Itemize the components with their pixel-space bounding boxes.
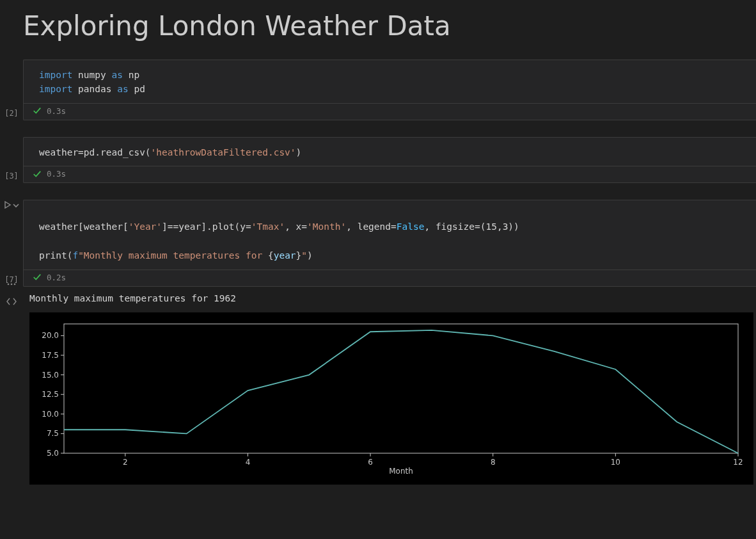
svg-text:12.5: 12.5 bbox=[42, 390, 59, 399]
line-chart: 5.07.510.012.515.017.520.024681012Month bbox=[33, 319, 743, 476]
stdout-output: Monthly maximum temperatures for 1962 bbox=[23, 275, 756, 309]
code-editor[interactable]: weather[weather['Year']==year].plot(y='T… bbox=[24, 200, 756, 269]
svg-text:2: 2 bbox=[123, 458, 128, 467]
code-editor[interactable]: import numpy as np import pandas as pd bbox=[24, 60, 756, 103]
chevron-down-icon[interactable] bbox=[13, 202, 19, 211]
cell-gutter: [7] bbox=[0, 200, 23, 286]
notebook-cell: [7] weather[weather['Year']==year].plot(… bbox=[0, 200, 756, 286]
svg-point-0 bbox=[8, 284, 10, 286]
svg-text:4: 4 bbox=[246, 458, 251, 467]
svg-text:10.0: 10.0 bbox=[42, 410, 59, 419]
cell-exec-time: 0.3s bbox=[47, 169, 66, 179]
svg-point-2 bbox=[14, 284, 16, 286]
chart-gutter bbox=[0, 309, 23, 485]
svg-text:17.5: 17.5 bbox=[42, 351, 59, 360]
svg-point-1 bbox=[11, 284, 13, 286]
exec-count: [2] bbox=[4, 109, 19, 118]
chart-output: 5.07.510.012.515.017.520.024681012Month bbox=[29, 312, 753, 485]
page-title: Exploring London Weather Data bbox=[23, 10, 756, 42]
exec-count: [3] bbox=[4, 172, 19, 181]
svg-text:7.5: 7.5 bbox=[47, 429, 59, 438]
code-cell[interactable]: import numpy as np import pandas as pd 0… bbox=[23, 60, 756, 120]
output-gutter bbox=[0, 275, 23, 309]
cell-exec-time: 0.3s bbox=[47, 106, 66, 116]
svg-rect-3 bbox=[64, 324, 738, 453]
svg-text:8: 8 bbox=[491, 458, 496, 467]
more-options-icon[interactable] bbox=[6, 279, 17, 291]
svg-text:Month: Month bbox=[389, 467, 413, 476]
cell-gutter: [3] bbox=[0, 137, 23, 183]
notebook-cell: [2] import numpy as np import pandas as … bbox=[0, 60, 756, 120]
success-check-icon bbox=[33, 106, 42, 115]
svg-text:10: 10 bbox=[611, 458, 620, 467]
svg-text:5.0: 5.0 bbox=[47, 449, 59, 458]
code-cell[interactable]: weather[weather['Year']==year].plot(y='T… bbox=[23, 200, 756, 286]
code-editor[interactable]: weather=pd.read_csv('heathrowDataFiltere… bbox=[24, 138, 756, 166]
svg-text:6: 6 bbox=[368, 458, 373, 467]
svg-text:20.0: 20.0 bbox=[42, 331, 59, 340]
svg-text:15.0: 15.0 bbox=[42, 370, 59, 379]
cell-gutter: [2] bbox=[0, 60, 23, 120]
notebook-cell: [3] weather=pd.read_csv('heathrowDataFil… bbox=[0, 137, 756, 183]
run-cell-icon[interactable] bbox=[4, 201, 12, 211]
toggle-output-icon[interactable] bbox=[6, 296, 17, 309]
svg-text:12: 12 bbox=[733, 458, 743, 467]
code-cell[interactable]: weather=pd.read_csv('heathrowDataFiltere… bbox=[23, 137, 756, 183]
success-check-icon bbox=[33, 170, 42, 179]
cell-status: 0.3s bbox=[24, 103, 756, 120]
cell-status: 0.3s bbox=[24, 166, 756, 182]
